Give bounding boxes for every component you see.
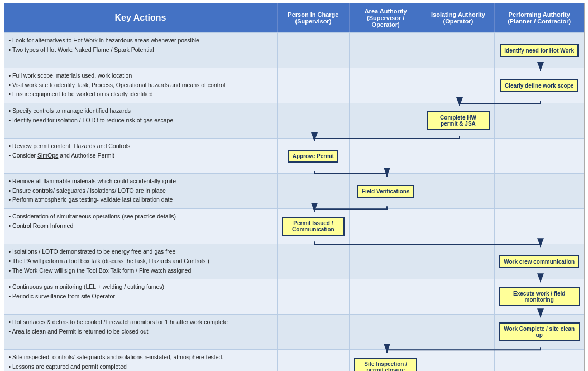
person-cell [278, 174, 350, 208]
table-body: • Look for alternatives to Hot Work in h… [4, 32, 584, 371]
flow-container: Approve Permit [282, 142, 345, 170]
key-actions-cell: • Specify controls to manage identified … [4, 103, 278, 138]
person-cell [278, 244, 350, 279]
flow-box: Site Inspection / permit closure [354, 358, 417, 371]
isolating-cell [422, 174, 495, 208]
flow-box: Work crew communication [499, 255, 579, 268]
key-actions-cell: • Review permit content, Hazards and Con… [4, 139, 278, 173]
table-row: • Review permit content, Hazards and Con… [4, 138, 584, 173]
performing-cell [495, 174, 584, 208]
area-cell [350, 315, 422, 349]
key-actions-cell: • Full work scope, materials used, work … [4, 68, 278, 103]
action-bullet: • The Work Crew will sign the Tool Box T… [9, 267, 273, 275]
firewatch-link: Firewatch [105, 318, 131, 325]
table-row: • Consideration of simultaneous operatio… [4, 208, 584, 244]
table-row: • Specify controls to manage identified … [4, 103, 584, 138]
action-bullet: • Hot surfaces & debris to be cooled /Fi… [9, 318, 273, 326]
isolating-cell [422, 68, 495, 103]
person-cell: Permit Issued / Communication [278, 209, 350, 244]
table-row: • Isolations / LOTO demonstrated to be e… [4, 244, 584, 279]
flow-container: Site Inspection / permit closure [354, 353, 417, 371]
area-cell [350, 68, 422, 103]
performing-cell [495, 139, 584, 173]
area-cell: Field Verifications [350, 174, 422, 208]
action-bullet: • Consideration of simultaneous operatio… [9, 212, 273, 221]
flow-box: Work Complete / site clean up [499, 322, 580, 341]
flow-container: Execute work / field monitoring [499, 283, 580, 311]
flow-container: Complete HW permit & JSA [427, 107, 490, 135]
performing-cell: Work crew communication [495, 244, 584, 279]
performing-cell: Clearly define work scope [495, 68, 584, 103]
header-area: Area Authority (Supervisor / Operator) [350, 3, 422, 32]
simops-link: SimOps [37, 152, 58, 159]
isolating-cell [422, 139, 495, 173]
key-actions-cell: • Isolations / LOTO demonstrated to be e… [4, 244, 278, 279]
header-key-actions: Key Actions [4, 3, 278, 32]
action-bullet: • Remove all flammable materials which c… [9, 177, 273, 185]
flow-box: Complete HW permit & JSA [427, 111, 490, 130]
flow-box: Permit Issued / Communication [282, 217, 345, 236]
person-cell [278, 279, 350, 314]
table-row: • Site inspected, controls/ safeguards a… [4, 349, 584, 371]
key-actions-cell: • Site inspected, controls/ safeguards a… [4, 350, 278, 371]
performing-cell [495, 350, 584, 371]
flow-box: Clearly define work scope [500, 79, 578, 92]
flow-container: Field Verifications [354, 177, 417, 205]
area-cell [350, 209, 422, 244]
person-cell [278, 103, 350, 138]
isolating-cell [422, 350, 495, 371]
performing-cell [495, 209, 584, 244]
table-row: • Hot surfaces & debris to be cooled /Fi… [4, 314, 584, 349]
key-actions-cell: • Continuous gas monitoring (LEL + weldi… [4, 279, 278, 314]
person-cell [278, 315, 350, 349]
header-isolating: Isolating Authority (Operator) [422, 3, 495, 32]
action-bullet: • Site inspected, controls/ safeguards a… [9, 353, 273, 362]
action-bullet: • Ensure equipment to be worked on is cl… [9, 90, 273, 98]
performing-cell [495, 103, 584, 138]
flow-container: Work Complete / site clean up [499, 318, 580, 346]
action-bullet: • Periodic surveillance from site Operat… [9, 292, 273, 301]
area-cell: Site Inspection / permit closure [350, 350, 422, 371]
performing-cell: Execute work / field monitoring [495, 279, 584, 314]
isolating-cell [422, 209, 495, 244]
area-cell [350, 244, 422, 279]
area-cell [350, 279, 422, 314]
action-bullet: • Specify controls to manage identified … [9, 107, 273, 115]
header-person: Person in Charge (Supervisor) [278, 3, 350, 32]
area-cell [350, 33, 422, 68]
isolating-cell [422, 279, 495, 314]
table-row: • Look for alternatives to Hot Work in h… [4, 32, 584, 68]
key-actions-cell: • Look for alternatives to Hot Work in h… [4, 33, 278, 68]
area-cell [350, 139, 422, 173]
person-cell [278, 33, 350, 68]
action-bullet: • Look for alternatives to Hot Work in h… [9, 36, 273, 45]
table-row: • Full work scope, materials used, work … [4, 68, 584, 103]
action-bullet: • Identify need for isolation / LOTO to … [9, 116, 273, 125]
action-bullet: • Two types of Hot Work: Naked Flame / S… [9, 46, 273, 54]
action-bullet: • Isolations / LOTO demonstrated to be e… [9, 248, 273, 256]
action-bullet: • Consider SimOps and Authorise Permit [9, 151, 273, 160]
action-bullet: • Full work scope, materials used, work … [9, 72, 273, 80]
header-performing: Performing Authority (Planner / Contract… [495, 3, 584, 32]
key-actions-cell: • Hot surfaces & debris to be cooled /Fi… [4, 315, 278, 349]
isolating-cell [422, 244, 495, 279]
flow-box: Approve Permit [288, 150, 338, 163]
action-bullet: • Visit work site to identify Task, Proc… [9, 81, 273, 89]
person-cell: Approve Permit [278, 139, 350, 173]
flow-container: Identify need for Hot Work [499, 36, 580, 64]
table-header: Key Actions Person in Charge (Supervisor… [4, 3, 584, 32]
action-bullet: • The PA will perform a tool box talk (d… [9, 257, 273, 265]
action-bullet: • Lessons are captured and permit comple… [9, 363, 273, 371]
person-cell [278, 68, 350, 103]
action-bullet: • Perform atmospheric gas testing- valid… [9, 196, 273, 204]
key-actions-cell: • Consideration of simultaneous operatio… [4, 209, 278, 244]
performing-cell: Identify need for Hot Work [495, 33, 584, 68]
flow-box: Execute work / field monitoring [499, 287, 580, 306]
flow-container: Permit Issued / Communication [282, 212, 345, 240]
action-bullet: • Review permit content, Hazards and Con… [9, 142, 273, 150]
action-bullet: • Ensure controls/ safeguards / isolatio… [9, 187, 273, 195]
main-table: Key Actions Person in Charge (Supervisor… [4, 3, 585, 371]
key-actions-cell: • Remove all flammable materials which c… [4, 174, 278, 208]
isolating-cell: Complete HW permit & JSA [422, 103, 495, 138]
area-cell [350, 103, 422, 138]
